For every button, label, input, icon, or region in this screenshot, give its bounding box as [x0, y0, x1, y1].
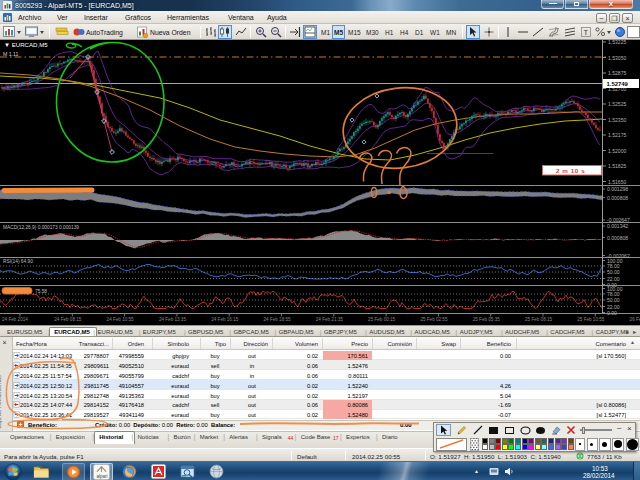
svg-text:1.52525: 1.52525 [608, 101, 626, 107]
svg-text:0.00: 0.00 [607, 310, 617, 316]
svg-text:0.001342: 0.001342 [607, 223, 628, 229]
svg-text:MACD(12,26,9) 0.000173 0.00013: MACD(12,26,9) 0.000173 0.000139 [3, 225, 79, 230]
svg-text:▼ EURCAD,M5: ▼ EURCAD,M5 [4, 41, 48, 48]
svg-text:50.00: 50.00 [607, 269, 620, 275]
svg-text:M 1.11: M 1.11 [3, 51, 19, 57]
svg-text:1.53225: 1.53225 [608, 40, 626, 45]
svg-text:25 Feb 10:55: 25 Feb 10:55 [577, 317, 605, 322]
svg-text:2 m 10 s: 2 m 10 s [556, 167, 585, 174]
svg-text:0.000808: 0.000808 [607, 195, 628, 201]
svg-text:1.52749: 1.52749 [607, 81, 629, 87]
svg-text:24 Feb 13:35: 24 Feb 13:35 [159, 317, 187, 322]
svg-text:24 Feb 21:35: 24 Feb 21:35 [316, 317, 344, 322]
svg-text:1.53050: 1.53050 [608, 55, 626, 61]
svg-text:24 Feb 08:15: 24 Feb 08:15 [54, 317, 82, 322]
svg-text:24 Feb 10:55: 24 Feb 10:55 [107, 317, 135, 322]
svg-text:75.58: 75.58 [35, 289, 47, 294]
svg-text:1.52175: 1.52175 [608, 132, 626, 138]
svg-text:25 Feb 00:15: 25 Feb 00:15 [368, 317, 396, 322]
svg-text:0.001298: 0.001298 [607, 186, 628, 192]
svg-text:25 Feb 05:35: 25 Feb 05:35 [473, 317, 501, 322]
svg-text:25 Feb 08:15: 25 Feb 08:15 [525, 317, 553, 322]
svg-text:RSI(14) 64.90: RSI(14) 64.90 [3, 259, 33, 264]
svg-text:25 Feb 02:55: 25 Feb 02:55 [420, 317, 448, 322]
svg-text:T: T [583, 28, 588, 37]
svg-text:1.52875: 1.52875 [608, 70, 626, 76]
svg-text:50.00: 50.00 [607, 297, 620, 303]
svg-text:24 Feb 16:15: 24 Feb 16:15 [211, 317, 239, 322]
svg-text:1.51650: 1.51650 [608, 179, 626, 185]
svg-text:26 Feb 1: 26 Feb 1 [630, 317, 640, 322]
svg-text:1.51825: 1.51825 [608, 163, 626, 169]
svg-text:24 Feb 2014: 24 Feb 2014 [2, 317, 28, 322]
svg-text:alpari: alpari [97, 473, 108, 478]
svg-text:24 Feb 18:55: 24 Feb 18:55 [264, 317, 292, 322]
svg-text:0.000808: 0.000808 [607, 235, 628, 241]
svg-text:1.52000: 1.52000 [608, 148, 626, 154]
svg-text:1.52350: 1.52350 [608, 117, 626, 123]
